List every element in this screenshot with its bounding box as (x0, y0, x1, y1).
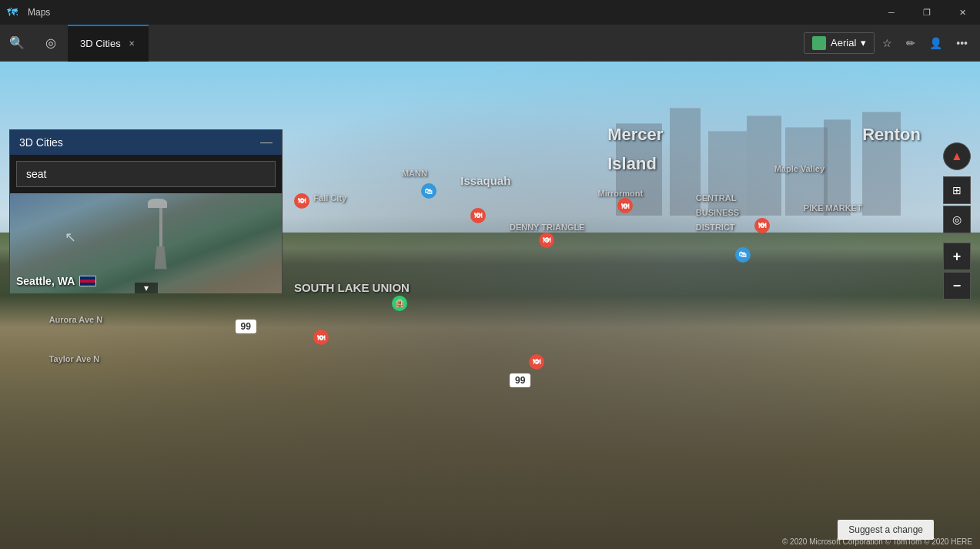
tab-3d-cities[interactable]: 3D Cities ✕ (68, 25, 149, 62)
poi-food-5[interactable]: 🍽 (754, 218, 770, 233)
favorites-button[interactable]: ☆ (876, 29, 898, 57)
building (785, 127, 828, 216)
building (747, 115, 781, 216)
building (708, 131, 747, 216)
route-badge-99b: 99 (510, 373, 530, 387)
layers-button[interactable]: ⊞ (943, 176, 971, 204)
panel-header: 3D Cities — (10, 130, 282, 155)
window-controls: ─ ❐ ✕ (874, 0, 980, 25)
tab-close-icon[interactable]: ✕ (127, 38, 136, 49)
right-toolbar: Aerial ▾ ☆ ✏ 👤 ••• (804, 29, 980, 57)
minimize-button[interactable]: ─ (874, 0, 909, 25)
city-name: Seattle, WA (16, 275, 75, 287)
separator (943, 235, 971, 241)
poi-shop-2[interactable]: 🛍 (735, 247, 751, 263)
zoom-out-button[interactable]: − (943, 272, 971, 300)
close-button[interactable]: ✕ (945, 0, 980, 25)
poi-hotel-1[interactable]: 🏨 (392, 296, 407, 311)
panel-minimize-button[interactable]: — (260, 136, 273, 149)
map-controls: ▲ ⊞ ◎ + − (943, 142, 971, 300)
profile-button[interactable]: 👤 (923, 29, 948, 57)
toolbar: 🔍 ◎ 3D Cities ✕ Aerial ▾ ☆ ✏ 👤 ••• (0, 25, 980, 62)
building (670, 108, 701, 216)
current-location-button[interactable]: ◎ (943, 206, 971, 233)
panel-3d-cities: 3D Cities — ↖ Seattle, WA (9, 129, 283, 294)
copyright-text: © 2020 Microsoft Corporation © TomTom © … (782, 537, 972, 546)
more-button[interactable]: ••• (950, 29, 974, 57)
building (824, 119, 851, 216)
aerial-label: Aerial (831, 37, 856, 49)
dropdown-arrow[interactable]: ▾ (135, 283, 158, 293)
space-needle-icon (154, 199, 167, 269)
poi-food-1[interactable]: 🍽 (294, 193, 309, 209)
us-flag (79, 276, 96, 286)
title-bar: 🗺 Maps ─ ❐ ✕ (0, 0, 980, 25)
ink-button[interactable]: ✏ (900, 29, 921, 57)
city-label-overlay: Seattle, WA (16, 275, 96, 287)
location-button[interactable]: ◎ (34, 25, 68, 62)
route-badge-99: 99 (236, 320, 256, 333)
building (862, 112, 901, 216)
aerial-dropdown-icon: ▾ (861, 37, 866, 49)
maximize-button[interactable]: ❐ (909, 0, 945, 25)
city-thumbnail[interactable]: ↖ Seattle, WA ▾ (10, 193, 282, 293)
poi-food-2[interactable]: 🍽 (470, 208, 486, 223)
compass-button[interactable]: ▲ (943, 142, 971, 170)
search-input[interactable] (16, 161, 276, 187)
aerial-dropdown[interactable]: Aerial ▾ (804, 32, 875, 54)
panel-title: 3D Cities (19, 136, 63, 149)
tab-label: 3D Cities (80, 38, 121, 49)
app-title: Maps (28, 7, 50, 18)
search-bar (10, 155, 282, 193)
map-container[interactable]: Mercer Island Renton Issaquah Mirrormont… (0, 62, 980, 549)
zoom-in-button[interactable]: + (943, 243, 971, 270)
search-button[interactable]: 🔍 (0, 25, 34, 62)
poi-food-3[interactable]: 🍽 (539, 233, 554, 248)
app-icon: 🗺 (0, 0, 25, 25)
